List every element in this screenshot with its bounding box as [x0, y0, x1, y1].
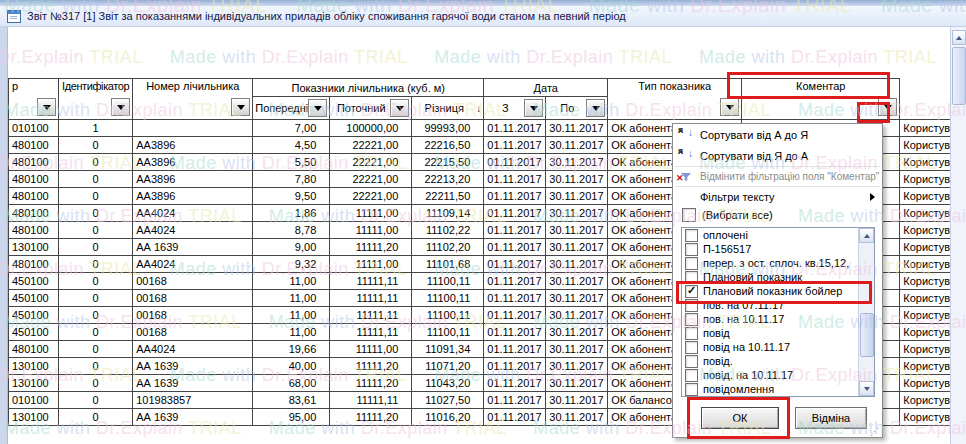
- cell[interactable]: 11111,00: [330, 222, 412, 239]
- cell[interactable]: 0: [59, 222, 133, 239]
- cell[interactable]: 01.11.2017: [484, 392, 546, 409]
- filter-arrow-code[interactable]: [37, 98, 56, 116]
- filter-option[interactable]: оплочені: [682, 228, 874, 242]
- cell[interactable]: 30.11.2017: [546, 341, 608, 358]
- cell[interactable]: 11111,11: [330, 290, 412, 307]
- cell[interactable]: 480100: [9, 137, 59, 154]
- cell[interactable]: 101983857: [133, 392, 253, 409]
- cell[interactable]: 4,50: [253, 137, 330, 154]
- filter-option[interactable]: П-156517: [682, 242, 874, 256]
- cell[interactable]: 0: [59, 239, 133, 256]
- cell[interactable]: 11091,34: [412, 341, 484, 358]
- cell[interactable]: 11111,00: [330, 256, 412, 273]
- menu-item-sort-az[interactable]: АЯ↓ Сортувати від А до Я: [673, 124, 882, 145]
- scroll-down-button[interactable]: [859, 381, 874, 396]
- filter-option[interactable]: повід. на 10.11.17: [682, 368, 874, 382]
- cell[interactable]: 30.11.2017: [546, 256, 608, 273]
- cell[interactable]: 0: [59, 375, 133, 392]
- cell[interactable]: 0: [59, 205, 133, 222]
- cell[interactable]: АА4024: [133, 256, 253, 273]
- cell[interactable]: 01.11.2017: [484, 205, 546, 222]
- cell[interactable]: 0: [59, 154, 133, 171]
- cell[interactable]: 450100: [9, 273, 59, 290]
- cancel-button[interactable]: Відміна: [795, 407, 867, 429]
- cell[interactable]: 30.11.2017: [546, 307, 608, 324]
- cell[interactable]: 30.11.2017: [546, 222, 608, 239]
- cell[interactable]: 11111,11: [330, 273, 412, 290]
- column-header-identifier[interactable]: Ідентифікатор: [59, 79, 133, 120]
- cell[interactable]: 01.11.2017: [484, 256, 546, 273]
- cell[interactable]: АА 1639: [133, 409, 253, 426]
- cell[interactable]: 01.11.2017: [484, 239, 546, 256]
- cell[interactable]: 9,50: [253, 188, 330, 205]
- cell[interactable]: 99993,00: [412, 120, 484, 137]
- cell[interactable]: 11,00: [253, 290, 330, 307]
- cell[interactable]: 95,00: [253, 409, 330, 426]
- menu-item-clear-filter[interactable]: ✕ Відмінити фільтрацію поля "Коментар": [673, 167, 882, 186]
- resize-grip[interactable]: ⋰: [870, 426, 880, 437]
- filter-option[interactable]: пов. на 07.11.17: [682, 298, 874, 312]
- ok-button[interactable]: ОК: [701, 407, 779, 429]
- cell[interactable]: 01.11.2017: [484, 307, 546, 324]
- cell[interactable]: 01.11.2017: [484, 188, 546, 205]
- filter-option[interactable]: Плановий показник: [682, 270, 874, 284]
- cell[interactable]: 480100: [9, 222, 59, 239]
- cell[interactable]: 480100: [9, 154, 59, 171]
- cell[interactable]: 22221,00: [330, 154, 412, 171]
- cell[interactable]: 0: [59, 256, 133, 273]
- filter-option-select-all[interactable]: (Вибрати все): [673, 206, 882, 224]
- column-header-current[interactable]: Поточний: [330, 97, 412, 120]
- filter-arrow-comment[interactable]: [878, 98, 897, 116]
- checkbox-unchecked[interactable]: [685, 327, 698, 340]
- cell[interactable]: 22221,00: [330, 188, 412, 205]
- cell[interactable]: 11111,11: [330, 307, 412, 324]
- cell[interactable]: 0: [59, 324, 133, 341]
- cell[interactable]: 01.11.2017: [484, 171, 546, 188]
- filter-option[interactable]: перер. з ост. сплоч. кв.15,12,: [682, 256, 874, 270]
- checkbox-unchecked[interactable]: [685, 341, 698, 354]
- cell[interactable]: 0: [59, 392, 133, 409]
- cell[interactable]: 11102,20: [412, 239, 484, 256]
- cell[interactable]: 11,00: [253, 307, 330, 324]
- cell[interactable]: 480100: [9, 256, 59, 273]
- cell[interactable]: 450100: [9, 290, 59, 307]
- cell[interactable]: 130100: [9, 358, 59, 375]
- cell[interactable]: 480100: [9, 341, 59, 358]
- filter-option[interactable]: повідомлення: [682, 382, 874, 396]
- checkbox-unchecked[interactable]: [685, 313, 698, 326]
- column-header-previous[interactable]: Попередні: [253, 97, 330, 120]
- cell[interactable]: АА 1639: [133, 239, 253, 256]
- menu-item-sort-za[interactable]: ЯА↓ Сортувати від Я до А: [673, 145, 882, 166]
- cell[interactable]: 11111,20: [330, 375, 412, 392]
- checkbox-unchecked[interactable]: [685, 243, 698, 256]
- cell[interactable]: 22211,50: [412, 188, 484, 205]
- cell[interactable]: 8,78: [253, 222, 330, 239]
- cell[interactable]: 83,61: [253, 392, 330, 409]
- cell[interactable]: 22221,00: [330, 171, 412, 188]
- cell[interactable]: 480100: [9, 188, 59, 205]
- cell[interactable]: 22215,50: [412, 154, 484, 171]
- cell[interactable]: 30.11.2017: [546, 188, 608, 205]
- cell[interactable]: АА3896: [133, 137, 253, 154]
- checkbox-checked[interactable]: [685, 285, 698, 298]
- cell[interactable]: 01.11.2017: [484, 324, 546, 341]
- cell[interactable]: АА3896: [133, 188, 253, 205]
- cell[interactable]: 450100: [9, 307, 59, 324]
- filter-option[interactable]: повід на 10.11.17: [682, 340, 874, 354]
- filter-option[interactable]: повід: [682, 326, 874, 340]
- cell[interactable]: 11102,22: [412, 222, 484, 239]
- cell[interactable]: 01.11.2017: [484, 120, 546, 137]
- scroll-up-button[interactable]: [859, 228, 874, 243]
- cell[interactable]: 0: [59, 171, 133, 188]
- checkbox-unchecked[interactable]: [685, 383, 698, 396]
- filter-option[interactable]: пов. на 10.11.17: [682, 312, 874, 326]
- cell[interactable]: 0: [59, 188, 133, 205]
- cell[interactable]: 11111,20: [330, 358, 412, 375]
- select-all-checkbox[interactable]: [682, 208, 696, 222]
- column-header-date-to[interactable]: По: [546, 97, 608, 120]
- cell[interactable]: 7,00: [253, 120, 330, 137]
- cell[interactable]: 01.11.2017: [484, 222, 546, 239]
- list-scrollbar[interactable]: [858, 228, 874, 396]
- cell[interactable]: 11111,20: [330, 409, 412, 426]
- cell[interactable]: 450100: [9, 324, 59, 341]
